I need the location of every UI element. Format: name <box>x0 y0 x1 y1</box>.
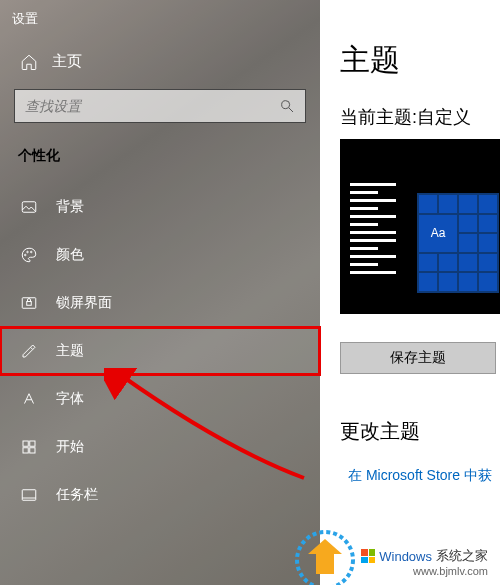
sidebar-item-label: 颜色 <box>56 246 84 264</box>
search-icon <box>279 98 295 114</box>
sidebar-item-home[interactable]: 主页 <box>0 34 320 85</box>
svg-rect-12 <box>22 490 36 501</box>
taskbar-icon <box>20 486 38 504</box>
preview-sidebar <box>346 179 400 304</box>
save-theme-button[interactable]: 保存主题 <box>340 342 496 374</box>
decorative-badge <box>294 529 356 585</box>
app-title: 设置 <box>0 0 320 34</box>
svg-rect-11 <box>30 448 35 453</box>
lockscreen-icon <box>20 294 38 312</box>
sidebar-item-label: 主题 <box>56 342 84 360</box>
watermark-brand: Windows <box>379 549 432 564</box>
image-icon <box>20 198 38 216</box>
svg-point-5 <box>31 251 33 253</box>
sidebar-item-label: 开始 <box>56 438 84 456</box>
svg-rect-10 <box>23 448 28 453</box>
store-link-text: 在 Microsoft Store 中获 <box>348 467 492 485</box>
sidebar-item-background[interactable]: 背景 <box>0 183 320 231</box>
svg-rect-6 <box>22 298 36 309</box>
svg-line-1 <box>289 108 293 112</box>
palette-icon <box>20 246 38 264</box>
sidebar-item-label: 背景 <box>56 198 84 216</box>
start-icon <box>20 438 38 456</box>
svg-rect-2 <box>22 202 36 213</box>
main-panel: 主题 当前主题:自定义 Aa 保存主题 更改主题 在 Microsoft Sto… <box>320 0 500 585</box>
category-label: 个性化 <box>0 141 320 183</box>
watermark: Windows 系统之家 www.bjmlv.com <box>355 543 494 581</box>
sidebar-item-taskbar[interactable]: 任务栏 <box>0 471 320 519</box>
sidebar-item-label: 主页 <box>52 52 82 71</box>
svg-rect-9 <box>30 441 35 446</box>
current-theme-label: 当前主题:自定义 <box>340 105 482 129</box>
preview-tile-aa: Aa <box>419 215 457 252</box>
sidebar-item-lockscreen[interactable]: 锁屏界面 <box>0 279 320 327</box>
settings-sidebar: 设置 主页 个性化 背景 颜色 锁屏界面 <box>0 0 320 585</box>
page-title: 主题 <box>340 40 482 81</box>
sidebar-item-font[interactable]: 字体 <box>0 375 320 423</box>
watermark-url: www.bjmlv.com <box>413 565 488 577</box>
store-link-row[interactable]: 在 Microsoft Store 中获 <box>340 467 482 485</box>
svg-point-3 <box>25 254 27 256</box>
sidebar-item-theme[interactable]: 主题 <box>0 327 320 375</box>
svg-rect-7 <box>27 302 32 306</box>
theme-icon <box>20 342 38 360</box>
search-box[interactable] <box>14 89 306 123</box>
home-icon <box>20 53 38 71</box>
theme-preview: Aa <box>340 139 500 314</box>
search-input[interactable] <box>25 98 279 114</box>
svg-point-0 <box>282 101 290 109</box>
sidebar-item-color[interactable]: 颜色 <box>0 231 320 279</box>
watermark-suffix: 系统之家 <box>436 547 488 565</box>
sidebar-item-label: 锁屏界面 <box>56 294 112 312</box>
svg-rect-8 <box>23 441 28 446</box>
sidebar-item-label: 任务栏 <box>56 486 98 504</box>
svg-point-4 <box>27 251 29 253</box>
sidebar-item-label: 字体 <box>56 390 84 408</box>
preview-tiles: Aa <box>417 193 499 293</box>
windows-logo-icon <box>361 549 375 563</box>
font-icon <box>20 390 38 408</box>
sidebar-item-start[interactable]: 开始 <box>0 423 320 471</box>
change-theme-title: 更改主题 <box>340 418 482 445</box>
